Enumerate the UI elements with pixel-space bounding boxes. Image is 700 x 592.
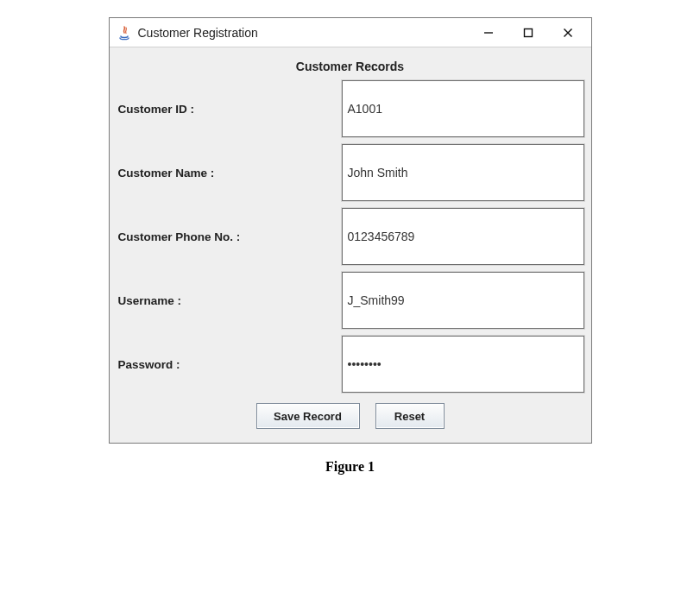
password-input[interactable]: •••••••• xyxy=(342,336,584,393)
svg-rect-1 xyxy=(524,28,532,36)
form-grid: Customer ID : A1001 Customer Name : John… xyxy=(115,80,586,393)
customer-name-input[interactable]: John Smith xyxy=(342,144,584,201)
window-titlebar: Customer Registration xyxy=(110,18,591,47)
customer-name-label: Customer Name : xyxy=(117,167,337,179)
minimize-button[interactable] xyxy=(469,18,508,47)
form-title: Customer Records xyxy=(115,54,586,80)
username-label: Username : xyxy=(117,294,337,307)
customer-phone-label: Customer Phone No. : xyxy=(117,230,337,243)
form-panel: Customer Records Customer ID : A1001 Cus… xyxy=(110,47,591,443)
window-title: Customer Registration xyxy=(138,26,469,40)
save-record-button[interactable]: Save Record xyxy=(256,403,360,429)
customer-id-input[interactable]: A1001 xyxy=(342,80,584,137)
customer-registration-window: Customer Registration Customer Records C… xyxy=(109,17,592,444)
maximize-button[interactable] xyxy=(508,18,548,47)
window-controls xyxy=(469,18,588,47)
customer-phone-input[interactable]: 0123456789 xyxy=(342,208,584,265)
java-icon xyxy=(117,25,132,41)
password-label: Password : xyxy=(117,358,337,371)
customer-id-label: Customer ID : xyxy=(117,103,337,116)
close-button[interactable] xyxy=(548,18,588,47)
figure-caption: Figure 1 xyxy=(325,459,375,475)
reset-button[interactable]: Reset xyxy=(375,403,445,429)
username-input[interactable]: J_Smith99 xyxy=(342,272,584,329)
button-row: Save Record Reset xyxy=(115,393,586,434)
